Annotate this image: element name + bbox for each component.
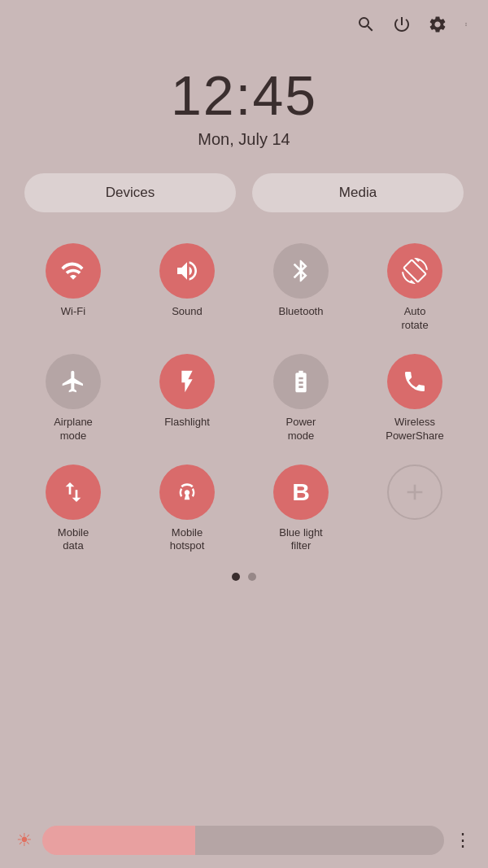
bluetooth-label: Bluetooth <box>279 305 324 319</box>
mobiledata-label: Mobiledata <box>58 526 89 554</box>
qs-mobilehotspot[interactable]: Mobilehotspot <box>130 458 244 560</box>
bluelightfilter-icon-circle: B <box>273 465 329 520</box>
mobilehotspot-icon-circle <box>159 465 215 520</box>
quick-settings-grid: Wi-Fi Sound Bluetooth Autorotate Airplan… <box>0 237 488 560</box>
settings-icon[interactable] <box>428 15 447 39</box>
airplane-label: Airplanemode <box>54 416 93 443</box>
qs-sound[interactable]: Sound <box>130 237 244 339</box>
search-icon[interactable] <box>356 15 376 39</box>
sound-icon-circle <box>159 243 215 299</box>
brightness-more-icon[interactable]: ⋮ <box>454 830 472 851</box>
qs-autorotate[interactable]: Autorotate <box>358 237 472 339</box>
bluetooth-icon-circle <box>273 243 329 299</box>
qs-wifi[interactable]: Wi-Fi <box>16 237 130 339</box>
qs-bluelightfilter[interactable]: B Blue lightfilter <box>244 458 358 560</box>
mobilehotspot-label: Mobilehotspot <box>170 526 205 554</box>
sound-label: Sound <box>172 305 203 319</box>
wirelesspowershare-icon-circle <box>387 354 442 409</box>
qs-mobiledata[interactable]: Mobiledata <box>16 458 130 560</box>
page-dot-2 <box>248 573 256 581</box>
tab-buttons: Devices Media <box>24 173 464 212</box>
qs-powermode[interactable]: Powermode <box>244 347 358 450</box>
wifi-icon-circle <box>46 243 101 299</box>
mobiledata-icon-circle <box>46 465 101 520</box>
brightness-bar[interactable]: ☀ ⋮ <box>0 813 488 868</box>
airplane-icon-circle <box>46 354 101 409</box>
powermode-icon-circle <box>273 354 329 409</box>
brightness-sun-icon: ☀ <box>16 830 33 851</box>
brightness-fill <box>42 826 195 855</box>
devices-tab[interactable]: Devices <box>24 173 236 212</box>
qs-wirelesspowershare[interactable]: WirelessPowerShare <box>358 347 472 450</box>
power-icon[interactable] <box>392 15 412 39</box>
brightness-empty <box>195 826 444 855</box>
top-bar <box>0 0 488 47</box>
wirelesspowershare-label: WirelessPowerShare <box>386 416 444 443</box>
add-icon-circle <box>387 465 442 520</box>
powermode-label: Powermode <box>286 416 316 443</box>
qs-airplane[interactable]: Airplanemode <box>16 347 130 450</box>
flashlight-label: Flashlight <box>164 416 210 430</box>
qs-bluetooth[interactable]: Bluetooth <box>244 237 358 339</box>
qs-flashlight[interactable]: Flashlight <box>130 347 244 450</box>
more-icon[interactable] <box>464 15 468 39</box>
clock-date: Mon, July 14 <box>198 130 290 149</box>
brightness-track[interactable] <box>42 826 444 855</box>
autorotate-icon-circle <box>387 243 442 299</box>
bluelightfilter-label: Blue lightfilter <box>279 526 322 554</box>
clock-time: 12:45 <box>171 63 317 127</box>
autorotate-label: Autorotate <box>401 305 428 333</box>
pagination <box>0 573 488 581</box>
qs-add[interactable] <box>358 458 472 560</box>
clock-section: 12:45 Mon, July 14 <box>0 63 488 149</box>
media-tab[interactable]: Media <box>252 173 464 212</box>
flashlight-icon-circle <box>159 354 215 409</box>
wifi-label: Wi-Fi <box>61 305 85 319</box>
page-dot-1 <box>232 573 240 581</box>
